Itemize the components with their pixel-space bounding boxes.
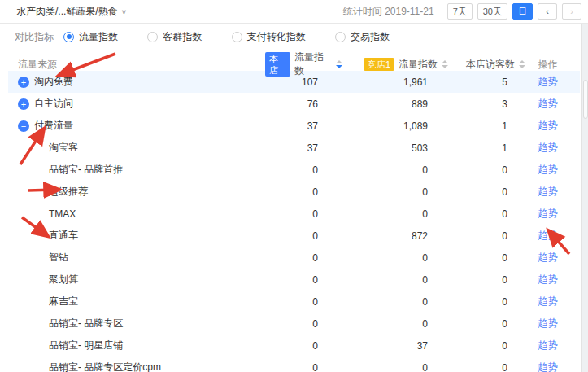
traffic-source-label: 品销宝- 品牌专区定价cpm [49,361,161,372]
competitor-index-value: 0 [342,164,448,176]
metric-radio[interactable]: 交易指数 [335,30,390,44]
table-row[interactable]: 超级推荐 0 0 0 趋势 [8,181,580,203]
shop-index-value: 0 [265,230,342,242]
trend-link[interactable]: 趋势 [538,230,558,241]
visitors-value: 3 [448,98,525,110]
trend-link[interactable]: 趋势 [538,208,558,219]
shop-badge: 本店 [265,52,290,77]
visitors-value: 0 [448,186,525,198]
visitors-value: 0 [448,340,525,352]
range-day-button[interactable]: 日 [512,3,533,20]
competitor-index-value: 503 [342,142,448,154]
visitors-value: 0 [448,208,525,220]
competitor-index-value: 37 [342,340,448,352]
trend-link[interactable]: 趋势 [538,339,558,351]
table-row[interactable]: + 自主访问 76 889 3 趋势 [8,93,580,115]
metric-radio-label: 交易指数 [351,30,390,44]
col-shop-index-header[interactable]: 本店 流量指数 [265,50,342,78]
trend-link[interactable]: 趋势 [538,274,558,285]
shop-index-value: 0 [265,252,342,264]
trend-link[interactable]: 趋势 [538,120,558,131]
competitor-index-value: 0 [342,274,448,286]
table-row[interactable]: 麻吉宝 0 0 0 趋势 [8,291,580,313]
competitor-index-value: 0 [342,186,448,198]
visitors-value: 0 [448,318,525,330]
next-day-button[interactable]: › [562,3,581,20]
expand-toggle-icon[interactable]: + [18,98,29,110]
visitors-value: 1 [448,142,525,154]
shop-index-value: 0 [265,186,342,198]
table-row[interactable]: − 付费流量 37 1,089 1 趋势 [8,115,580,137]
sort-icon[interactable] [336,60,342,68]
trend-link[interactable]: 趋势 [538,317,558,329]
shop-index-value: 0 [265,340,342,352]
table-row[interactable]: 品销宝- 明星店铺 0 37 0 趋势 [8,335,580,357]
date-controls: 统计时间 2019-11-21 7天 30天 日 ‹ › [343,3,581,20]
trend-link[interactable]: 趋势 [538,142,558,153]
competitor-index-value: 1,089 [342,120,448,132]
scrollbar-track[interactable] [581,24,588,372]
table-row[interactable]: 品销宝- 品牌专区定价cpm 0 0 0 趋势 [8,357,580,372]
radio-icon [232,32,242,42]
sort-icon[interactable] [442,60,448,68]
metric-radio[interactable]: 客群指数 [147,30,202,44]
traffic-source-label: 自主访问 [34,97,73,111]
traffic-source-label: 超级推荐 [49,185,88,199]
traffic-source-label: 淘内免费 [34,75,73,89]
col-competitor-index-header[interactable]: 竞店1 流量指数 [342,58,448,72]
shop-index-value: 107 [265,77,342,88]
table-header: 流量来源 本店 流量指数 竞店1 流量指数 本店访客数 操作 [8,50,580,71]
trend-link[interactable]: 趋势 [538,186,558,197]
prev-day-button[interactable]: ‹ [538,3,557,20]
range-7d-button[interactable]: 7天 [447,3,473,20]
table-row[interactable]: 品销宝- 品牌首推 0 0 0 趋势 [8,159,580,181]
table-row[interactable]: TMAX 0 0 0 趋势 [8,203,580,225]
competitor-index-value: 872 [342,230,448,242]
competitor-index-value: 0 [342,362,448,372]
table-row[interactable]: 淘宝客 37 503 1 趋势 [8,137,580,159]
scrollbar-thumb[interactable] [583,80,588,119]
traffic-source-label: 付费流量 [34,119,73,133]
traffic-source-label: 智钻 [49,251,68,265]
visitors-value: 0 [448,230,525,242]
visitors-value: 1 [448,120,525,132]
radio-icon [147,32,158,42]
competitor-index-value: 1,961 [342,77,448,88]
metric-radio-label: 客群指数 [163,30,202,44]
table-row[interactable]: 聚划算 0 0 0 趋势 [8,269,580,291]
shop-index-value: 0 [265,362,342,372]
range-30d-button[interactable]: 30天 [477,3,507,20]
table-row[interactable]: 智钻 0 0 0 趋势 [8,247,580,269]
shop-index-value: 0 [265,296,342,308]
shop-index-value: 37 [265,142,342,154]
table-row[interactable]: 直通车 0 872 0 趋势 [8,225,580,247]
radio-icon [63,32,74,42]
table-row[interactable]: 品销宝- 品牌专区 0 0 0 趋势 [8,313,580,335]
trend-link[interactable]: 趋势 [538,164,558,175]
traffic-source-label: 品销宝- 品牌专区 [49,317,123,330]
visitors-value: 0 [448,296,525,308]
shop-index-value: 76 [265,98,342,110]
visitors-value: 5 [448,77,525,88]
col-visitors-header[interactable]: 本店访客数 [448,58,525,72]
metric-radio[interactable]: 流量指数 [63,30,118,44]
trend-link[interactable]: 趋势 [538,361,558,372]
metric-radio[interactable]: 支付转化指数 [232,30,306,44]
trend-link[interactable]: 趋势 [538,98,558,109]
traffic-source-label: TMAX [49,208,76,220]
traffic-source-label: 聚划算 [49,273,78,287]
category-breadcrumb[interactable]: 水产肉类/...鲜蔬果/熟食 ∨ [16,5,127,19]
expand-toggle-icon[interactable]: − [18,120,29,132]
expand-toggle-icon[interactable]: + [18,77,29,88]
trend-link[interactable]: 趋势 [538,252,558,263]
traffic-source-label: 直通车 [49,229,78,243]
visitors-value: 0 [448,362,525,372]
trend-link[interactable]: 趋势 [538,295,558,307]
competitor-index-value: 889 [342,98,448,110]
traffic-source-table: 流量来源 本店 流量指数 竞店1 流量指数 本店访客数 操作 + 淘内免费 10… [8,50,580,372]
shop-index-value: 0 [265,274,342,286]
sort-icon[interactable] [519,60,525,68]
traffic-source-label: 麻吉宝 [49,295,78,309]
trend-link[interactable]: 趋势 [538,76,558,87]
competitor-index-value: 0 [342,208,448,220]
